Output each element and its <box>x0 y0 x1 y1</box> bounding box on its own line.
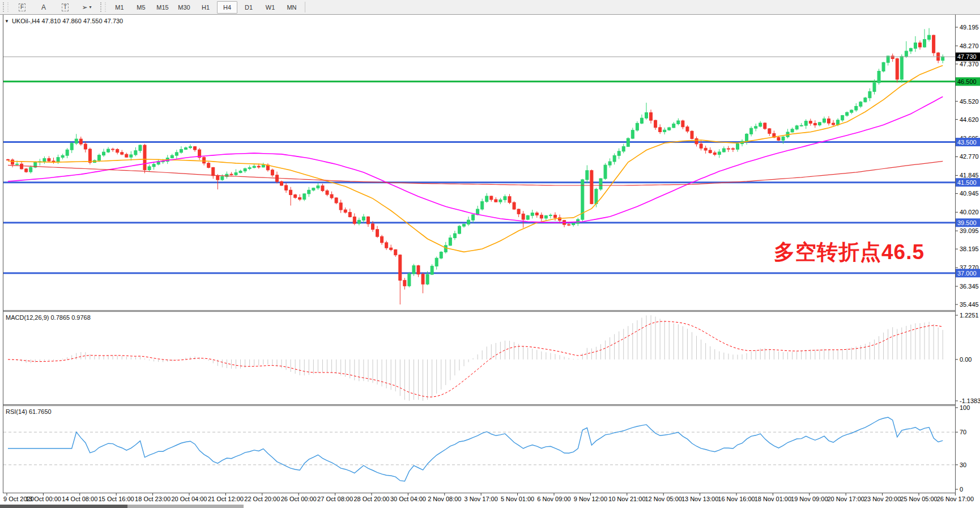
svg-text:38.195: 38.195 <box>960 245 979 252</box>
toolbar: FAT➢▾ M1M5M15M30H1H4D1W1MN <box>0 0 980 15</box>
arrow-tools-icon: ➢ <box>82 3 87 11</box>
svg-text:36.345: 36.345 <box>960 283 979 290</box>
time-label: 12 Nov 05:00 <box>645 496 681 502</box>
svg-text:41.845: 41.845 <box>960 172 979 179</box>
svg-text:41.500: 41.500 <box>957 179 977 186</box>
time-label: 28 Oct 20:00 <box>354 496 390 502</box>
time-label: 3 Nov 17:00 <box>465 496 498 502</box>
symbol-ohlc-label[interactable]: ▼ UKOil-,H4 47.810 47.860 47.550 47.730 <box>5 18 123 24</box>
svg-text:1.2251: 1.2251 <box>960 312 979 319</box>
time-label: 21 Oct 12:00 <box>208 496 244 502</box>
chart-shift-button[interactable]: F <box>12 1 32 14</box>
text-label-icon: A <box>41 3 46 11</box>
time-label: 22 Oct 20:00 <box>244 496 280 502</box>
time-label: 20 Nov 17:00 <box>827 496 864 502</box>
time-label: 23 Nov 20:00 <box>864 496 901 502</box>
timeframe-d1-button[interactable]: D1 <box>238 1 259 14</box>
svg-text:39.095: 39.095 <box>960 227 979 234</box>
symbol-ohlc-text: UKOil-,H4 47.810 47.860 47.550 47.730 <box>12 18 123 24</box>
toolbar-separator <box>305 2 305 12</box>
timeframes-group: M1M5M15M30H1H4D1W1MN <box>109 1 302 14</box>
timeframe-m5-button[interactable]: M5 <box>131 1 151 14</box>
svg-text:0: 0 <box>960 486 963 493</box>
timeframe-m1-button[interactable]: M1 <box>109 1 130 14</box>
macd-indicator-label: MACD(12,26,9) 0.7865 0.9768 <box>6 314 91 321</box>
text-label-button[interactable]: A <box>33 1 54 14</box>
moving-average-lines <box>8 65 943 252</box>
time-label: 26 Oct 00:00 <box>281 496 317 502</box>
time-label: 6 Nov 09:00 <box>537 496 570 502</box>
macd-panel: 1.22510.00-1.1383 <box>8 312 980 404</box>
text-box-icon: T <box>62 3 69 11</box>
rsi-panel: 10070300 <box>3 404 970 493</box>
time-label: 18 Nov 01:00 <box>755 496 791 502</box>
svg-text:47.730: 47.730 <box>957 53 977 60</box>
svg-text:48.270: 48.270 <box>960 43 979 49</box>
ma-fast-line <box>8 65 943 252</box>
chevron-down-icon[interactable]: ▾ <box>90 5 92 10</box>
trading-platform-window: FAT➢▾ M1M5M15M30H1H4D1W1MN 49.19548.2704… <box>0 0 980 508</box>
time-label: 13 Oct 00:00 <box>25 496 61 502</box>
symbol-dropdown-icon[interactable]: ▼ <box>5 19 9 24</box>
text-box-button[interactable]: T <box>55 1 75 14</box>
time-label: 2 Nov 08:00 <box>428 496 461 502</box>
arrow-tools-button[interactable]: ➢▾ <box>76 1 97 14</box>
svg-text:0.00: 0.00 <box>960 356 972 363</box>
timeframe-m30-button[interactable]: M30 <box>174 1 194 14</box>
time-label: 30 Oct 04:00 <box>390 496 426 502</box>
time-label: 15 Oct 16:00 <box>99 496 134 502</box>
timeframe-w1-button[interactable]: W1 <box>260 1 280 14</box>
time-label: 5 Nov 01:00 <box>501 496 534 502</box>
time-label: 26 Nov 17:00 <box>937 496 974 502</box>
svg-text:-1.1383: -1.1383 <box>960 397 980 404</box>
svg-text:44.620: 44.620 <box>960 116 979 123</box>
svg-text:46.500: 46.500 <box>957 78 977 85</box>
svg-text:43.500: 43.500 <box>957 139 977 146</box>
time-label: 14 Oct 08:00 <box>62 496 97 502</box>
time-label: 16 Nov 16:00 <box>718 496 755 502</box>
chart-plot-area[interactable] <box>3 15 955 15</box>
chart-annotation-text[interactable]: 多空转折点46.5 <box>774 238 924 266</box>
time-axis: 9 Oct 202013 Oct 00:0014 Oct 08:0015 Oct… <box>3 493 974 502</box>
svg-text:70: 70 <box>960 429 966 435</box>
rsi-indicator-label: RSI(14) 61.7650 <box>6 408 52 415</box>
chart-shift-icon: F <box>19 3 25 11</box>
svg-text:40.020: 40.020 <box>960 209 979 215</box>
time-label: 19 Nov 09:00 <box>791 496 828 502</box>
timeframe-mn-button[interactable]: MN <box>282 1 302 14</box>
macd-signal-line <box>8 321 943 397</box>
timeframe-h1-button[interactable]: H1 <box>195 1 216 14</box>
toolbar-grip[interactable] <box>3 2 8 12</box>
svg-text:40.945: 40.945 <box>960 190 979 197</box>
time-label: 10 Nov 21:00 <box>608 496 645 502</box>
svg-text:37.000: 37.000 <box>957 270 977 277</box>
svg-text:100: 100 <box>960 404 970 411</box>
rsi-line <box>8 417 943 481</box>
time-label: 13 Nov 13:00 <box>681 496 718 502</box>
svg-text:45.520: 45.520 <box>960 98 979 105</box>
svg-text:47.370: 47.370 <box>960 61 979 67</box>
time-label: 20 Oct 04:00 <box>172 496 207 502</box>
svg-text:42.770: 42.770 <box>960 153 979 160</box>
time-label: 25 Nov 05:00 <box>900 496 937 502</box>
timeframe-h4-button[interactable]: H4 <box>217 1 237 14</box>
svg-text:30: 30 <box>960 462 966 468</box>
time-label: 27 Oct 08:00 <box>317 496 353 502</box>
timeframe-m15-button[interactable]: M15 <box>152 1 173 14</box>
svg-text:49.195: 49.195 <box>960 24 979 31</box>
time-label: 9 Nov 12:00 <box>574 496 607 502</box>
svg-text:35.445: 35.445 <box>960 301 979 308</box>
time-label: 18 Oct 23:00 <box>135 496 171 502</box>
svg-text:39.500: 39.500 <box>957 219 977 226</box>
drawing-tools-group: FAT➢▾ <box>11 1 97 14</box>
toolbar-grip[interactable] <box>100 2 106 12</box>
